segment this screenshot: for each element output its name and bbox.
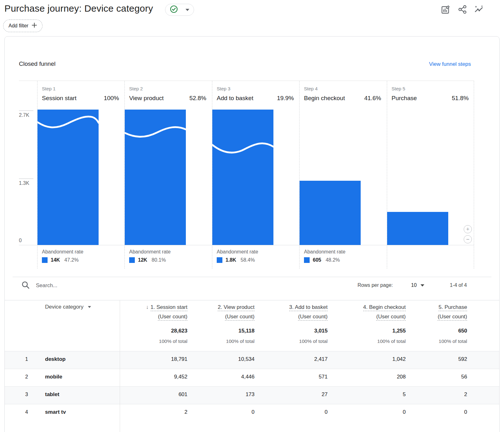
chevron-down-icon bbox=[186, 9, 189, 11]
step-completion: 51.8% bbox=[452, 95, 469, 102]
column-total-share: 100% of total bbox=[252, 338, 328, 344]
column-total-share: 100% of total bbox=[179, 338, 255, 344]
cell-value: 173 bbox=[179, 391, 255, 398]
column-header-session-start[interactable]: ↓1. Session start (User count) bbox=[112, 303, 187, 321]
sort-descending-icon: ↓ bbox=[146, 304, 149, 310]
step-number: Step 4 bbox=[304, 86, 318, 91]
cell-value: 27 bbox=[252, 391, 328, 398]
abandonment-count: 1.8K bbox=[226, 257, 236, 263]
column-total: 28,623 bbox=[112, 328, 187, 334]
funnel-bar-session-start[interactable] bbox=[37, 110, 99, 245]
step-number: Step 5 bbox=[392, 86, 405, 91]
column-divider bbox=[474, 81, 474, 269]
trend-sparkline bbox=[37, 110, 99, 135]
abandonment-count: 12K bbox=[138, 257, 147, 263]
cell-value: 2,417 bbox=[252, 356, 328, 362]
cell-value: 0 bbox=[252, 409, 328, 415]
abandonment-label: Abandonment rate bbox=[42, 249, 83, 255]
view-funnel-steps-link[interactable]: View funnel steps bbox=[429, 61, 471, 67]
search-input[interactable] bbox=[35, 282, 194, 289]
step-name: Session start bbox=[42, 95, 77, 102]
step-name: View product bbox=[129, 95, 164, 102]
zero-axis-line bbox=[19, 245, 474, 245]
step-number: Step 3 bbox=[217, 86, 230, 91]
cell-value: 2 bbox=[392, 391, 467, 398]
cell-value: 571 bbox=[252, 374, 328, 380]
column-total: 3,015 bbox=[252, 328, 328, 334]
column-title: 3. Add to basket bbox=[289, 304, 328, 311]
table-column-divider bbox=[120, 300, 120, 432]
column-title: 2. View product bbox=[218, 304, 255, 311]
rows-per-page-label: Rows per page: bbox=[358, 282, 393, 288]
abandonment-rate: 80.1% bbox=[152, 257, 166, 263]
abandonment-stats: 605 48.2% bbox=[304, 257, 340, 263]
zoom-out-button[interactable]: − bbox=[464, 235, 472, 243]
step-completion: 52.8% bbox=[189, 95, 206, 102]
cell-value: 10,534 bbox=[179, 356, 255, 362]
row-dimension: mobile bbox=[45, 374, 62, 380]
add-filter-label: Add filter bbox=[9, 23, 28, 29]
validation-badge[interactable] bbox=[165, 4, 194, 16]
abandonment-rate: 47.2% bbox=[64, 257, 78, 263]
funnel-bar-begin-checkout[interactable] bbox=[300, 181, 361, 245]
step-completion: 100% bbox=[104, 95, 119, 102]
abandonment-count: 14K bbox=[51, 257, 60, 263]
column-subtitle: (User count) bbox=[225, 314, 255, 321]
search-bar[interactable] bbox=[21, 280, 194, 291]
dimension-header-label: Device category bbox=[45, 304, 83, 310]
abandonment-count: 605 bbox=[313, 257, 321, 263]
exploration-page: Purchase journey: Device category Add fi… bbox=[0, 0, 504, 432]
cell-value: 0 bbox=[392, 409, 467, 415]
table-body: 1 desktop 18,791 10,534 2,417 1,042 592 … bbox=[5, 351, 499, 422]
legend-swatch bbox=[129, 257, 135, 263]
zoom-in-button[interactable]: + bbox=[464, 225, 472, 233]
step-name: Add to basket bbox=[217, 95, 253, 102]
step-number: Step 2 bbox=[129, 86, 143, 91]
table-row-smart-tv[interactable]: 4 smart tv 2 0 0 0 0 bbox=[5, 404, 499, 422]
row-index: 3 bbox=[25, 392, 28, 397]
table-row-mobile[interactable]: 2 mobile 9,452 4,446 571 208 56 bbox=[5, 369, 499, 386]
page-title: Purchase journey: Device category bbox=[4, 3, 153, 14]
table-row-tablet[interactable]: 3 tablet 601 173 27 5 2 bbox=[5, 386, 499, 404]
step-completion: 19.9% bbox=[277, 95, 294, 102]
divider bbox=[13, 277, 491, 277]
trend-sparkline bbox=[125, 110, 186, 144]
cell-value: 9,452 bbox=[112, 374, 187, 380]
rows-per-page-select[interactable]: 10 bbox=[411, 282, 424, 288]
y-axis-label: 1.3K bbox=[19, 180, 29, 186]
row-index: 1 bbox=[25, 356, 28, 362]
row-index: 4 bbox=[25, 409, 28, 415]
trend-sparkline bbox=[212, 110, 273, 160]
insights-icon[interactable] bbox=[474, 4, 484, 14]
dimension-column-header[interactable]: Device category bbox=[45, 304, 91, 310]
column-title: 5. Purchase bbox=[438, 304, 467, 311]
row-index: 2 bbox=[25, 374, 28, 380]
cell-value: 4,446 bbox=[179, 374, 255, 380]
legend-swatch bbox=[217, 257, 222, 263]
y-axis-label: 2.7K bbox=[19, 112, 29, 118]
chevron-down-icon bbox=[421, 284, 424, 287]
pagination-range: 1-4 of 4 bbox=[450, 282, 467, 288]
share-icon[interactable] bbox=[457, 4, 467, 14]
edit-chart-icon[interactable] bbox=[440, 4, 450, 14]
column-header-add-to-basket[interactable]: 3. Add to basket (User count) bbox=[252, 303, 328, 321]
legend-swatch bbox=[42, 257, 48, 263]
column-header-purchase[interactable]: 5. Purchase (User count) bbox=[392, 303, 467, 321]
abandonment-stats: 12K 80.1% bbox=[129, 257, 166, 263]
column-header-view-product[interactable]: 2. View product (User count) bbox=[179, 303, 255, 321]
table-header: Device category ↓1. Session start (User … bbox=[5, 300, 499, 351]
abandonment-label: Abandonment rate bbox=[217, 249, 258, 255]
funnel-bar-add-to-basket[interactable] bbox=[212, 110, 273, 245]
funnel-bar-purchase[interactable] bbox=[387, 212, 448, 245]
column-total: 650 bbox=[392, 328, 467, 334]
table-row-desktop[interactable]: 1 desktop 18,791 10,534 2,417 1,042 592 bbox=[5, 351, 499, 369]
cell-value: 56 bbox=[392, 374, 467, 380]
search-icon bbox=[21, 280, 30, 291]
column-total-share: 100% of total bbox=[112, 338, 187, 344]
add-filter-button[interactable]: Add filter bbox=[3, 20, 43, 32]
rows-per-page-value: 10 bbox=[411, 282, 417, 288]
funnel-bar-view-product[interactable] bbox=[125, 110, 186, 245]
column-total: 15,118 bbox=[179, 328, 255, 334]
step-name: Purchase bbox=[392, 95, 417, 102]
row-dimension: desktop bbox=[45, 356, 66, 362]
